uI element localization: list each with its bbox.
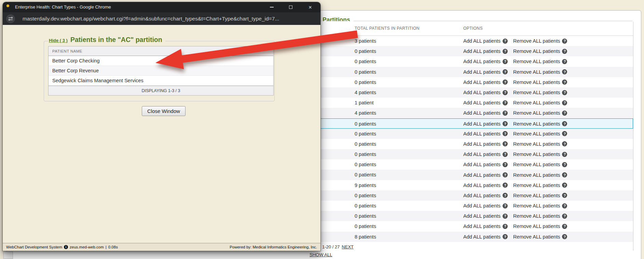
url-text[interactable]: masterdaily.dev.webchart.app/webchart.cg…: [23, 12, 316, 25]
total-patients-cell: 0 patients: [355, 221, 376, 231]
add-all-patients-link[interactable]: Add ALL patients: [463, 131, 501, 136]
add-all-patients-link[interactable]: Add ALL patients: [463, 38, 501, 44]
add-all-patients-link[interactable]: Add ALL patients: [463, 172, 501, 178]
total-patients-cell: 0 patients: [355, 77, 376, 87]
help-icon[interactable]: ?: [503, 90, 508, 95]
help-icon[interactable]: ?: [562, 152, 567, 157]
help-icon[interactable]: ?: [503, 203, 508, 208]
help-icon[interactable]: ?: [503, 183, 508, 188]
add-all-patients-link[interactable]: Add ALL patients: [463, 121, 501, 127]
help-icon[interactable]: ?: [503, 69, 508, 74]
help-icon[interactable]: ?: [503, 100, 508, 105]
total-patients-cell: 0 patients: [355, 159, 376, 170]
help-icon[interactable]: ?: [562, 203, 567, 208]
help-icon[interactable]: ?: [562, 224, 567, 229]
site-settings-icon[interactable]: [6, 14, 15, 23]
remove-all-patients-link[interactable]: Remove ALL patients: [513, 152, 560, 157]
remove-all-patients-link[interactable]: Remove ALL patients: [513, 38, 560, 44]
total-patients-cell: 0 patients: [355, 139, 376, 149]
remove-all-patients-link[interactable]: Remove ALL patients: [513, 172, 560, 178]
add-all-patients-link[interactable]: Add ALL patients: [463, 213, 501, 219]
remove-all-patients-link[interactable]: Remove ALL patients: [513, 213, 560, 219]
remove-all-patients-link[interactable]: Remove ALL patients: [513, 48, 560, 54]
help-icon[interactable]: ?: [503, 214, 508, 219]
add-all-patients-link[interactable]: Add ALL patients: [463, 203, 501, 208]
help-icon[interactable]: ?: [503, 152, 508, 157]
remove-all-patients-link[interactable]: Remove ALL patients: [513, 162, 560, 167]
remove-all-patients-link[interactable]: Remove ALL patients: [513, 224, 560, 229]
remove-all-patients-link[interactable]: Remove ALL patients: [513, 110, 560, 116]
remove-all-patients-link[interactable]: Remove ALL patients: [513, 90, 560, 95]
help-icon[interactable]: ?: [503, 49, 508, 54]
help-icon[interactable]: ?: [503, 59, 508, 64]
help-icon[interactable]: ?: [562, 141, 567, 146]
remove-all-patients-link[interactable]: Remove ALL patients: [513, 193, 560, 198]
remove-all-patients-link[interactable]: Remove ALL patients: [513, 80, 560, 85]
total-patients-cell: 4 patients: [355, 87, 376, 98]
help-icon[interactable]: ?: [503, 141, 508, 146]
add-all-patients-link[interactable]: Add ALL patients: [463, 234, 501, 240]
add-all-patients-link[interactable]: Add ALL patients: [463, 110, 501, 116]
help-icon[interactable]: ?: [562, 59, 567, 64]
minimize-button[interactable]: [266, 2, 277, 12]
help-icon[interactable]: ?: [562, 183, 567, 188]
help-icon[interactable]: ?: [562, 121, 567, 126]
help-icon[interactable]: ?: [562, 39, 567, 44]
add-all-patients-link[interactable]: Add ALL patients: [463, 59, 501, 64]
close-window-action-button[interactable]: Close Window: [142, 106, 186, 116]
add-all-patients-link[interactable]: Add ALL patients: [463, 183, 501, 188]
help-icon[interactable]: ?: [503, 172, 508, 177]
info-icon: i: [64, 245, 68, 249]
remove-all-patients-link[interactable]: Remove ALL patients: [513, 234, 560, 240]
help-icon[interactable]: ?: [562, 172, 567, 177]
help-icon[interactable]: ?: [562, 100, 567, 105]
remove-all-patients-link[interactable]: Remove ALL patients: [513, 131, 560, 136]
remove-all-patients-link[interactable]: Remove ALL patients: [513, 59, 560, 64]
hide-link[interactable]: Hide ( 3 ): [49, 38, 68, 43]
total-patients-cell: 3 patients: [355, 36, 376, 46]
help-icon[interactable]: ?: [562, 234, 567, 239]
add-all-patients-link[interactable]: Add ALL patients: [463, 100, 501, 105]
help-icon[interactable]: ?: [503, 39, 508, 44]
help-icon[interactable]: ?: [503, 162, 508, 167]
remove-all-patients-link[interactable]: Remove ALL patients: [513, 141, 560, 147]
remove-all-patients-link[interactable]: Remove ALL patients: [513, 100, 560, 105]
help-icon[interactable]: ?: [562, 131, 567, 136]
help-icon[interactable]: ?: [503, 121, 508, 126]
remove-all-patients-link[interactable]: Remove ALL patients: [513, 183, 560, 188]
add-all-patients-link[interactable]: Add ALL patients: [463, 48, 501, 54]
close-window-button[interactable]: ✕: [305, 2, 315, 12]
help-icon[interactable]: ?: [562, 214, 567, 219]
help-icon[interactable]: ?: [562, 193, 567, 198]
help-icon[interactable]: ?: [562, 49, 567, 54]
popup-section-legend: Hide ( 3 ) Patients in the "AC" partitio…: [48, 36, 165, 44]
next-page-link[interactable]: NEXT: [342, 244, 354, 249]
help-icon[interactable]: ?: [503, 193, 508, 198]
help-icon[interactable]: ?: [503, 131, 508, 136]
remove-all-patients-link[interactable]: Remove ALL patients: [513, 121, 560, 127]
add-all-patients-link[interactable]: Add ALL patients: [463, 69, 501, 75]
help-icon[interactable]: ?: [562, 162, 567, 167]
remove-all-patients-link[interactable]: Remove ALL patients: [513, 203, 560, 208]
maximize-button[interactable]: [286, 2, 296, 12]
add-all-patients-link[interactable]: Add ALL patients: [463, 152, 501, 157]
remove-all-patients-link[interactable]: Remove ALL patients: [513, 69, 560, 75]
help-icon[interactable]: ?: [503, 80, 508, 85]
help-icon[interactable]: ?: [562, 90, 567, 95]
add-all-patients-link[interactable]: Add ALL patients: [463, 90, 501, 95]
add-all-patients-link[interactable]: Add ALL patients: [463, 141, 501, 147]
help-icon[interactable]: ?: [503, 111, 508, 116]
options-cell: Add ALL patients ? Remove ALL patients ?: [463, 87, 567, 98]
total-patients-cell: 8 patients: [355, 232, 376, 242]
url-bar[interactable]: masterdaily.dev.webchart.app/webchart.cg…: [3, 12, 320, 25]
help-icon[interactable]: ?: [503, 224, 508, 229]
help-icon[interactable]: ?: [562, 69, 567, 74]
help-icon[interactable]: ?: [562, 111, 567, 116]
add-all-patients-link[interactable]: Add ALL patients: [463, 193, 501, 198]
show-all-link[interactable]: SHOW ALL: [310, 252, 332, 257]
help-icon[interactable]: ?: [503, 234, 508, 239]
add-all-patients-link[interactable]: Add ALL patients: [463, 224, 501, 229]
help-icon[interactable]: ?: [562, 80, 567, 85]
add-all-patients-link[interactable]: Add ALL patients: [463, 80, 501, 85]
add-all-patients-link[interactable]: Add ALL patients: [463, 162, 501, 167]
